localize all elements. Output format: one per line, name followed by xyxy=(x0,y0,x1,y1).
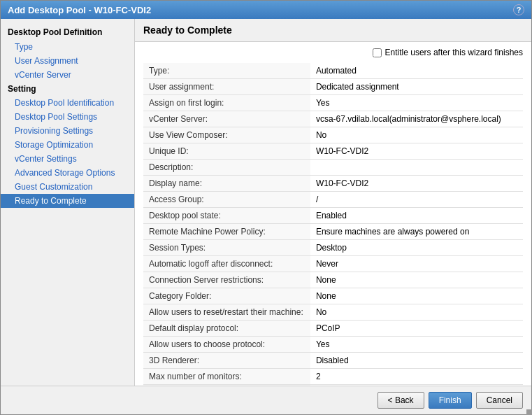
table-row: Desktop pool state:Enabled xyxy=(143,208,523,224)
table-row: 3D Renderer:Disabled xyxy=(143,353,523,369)
row-value: 1920×1200 xyxy=(310,385,523,386)
content-body: Entitle users after this wizard finishes… xyxy=(135,42,531,386)
row-value: None xyxy=(310,272,523,288)
sidebar-setting-header: Setting xyxy=(1,82,134,96)
row-value: PCoIP xyxy=(310,321,523,337)
sidebar-item-vcenter-settings[interactable]: vCenter Settings xyxy=(1,152,134,166)
footer: < Back Finish Cancel xyxy=(1,386,531,414)
finish-button[interactable]: Finish xyxy=(429,392,472,409)
table-row: Allow users to reset/restart their machi… xyxy=(143,304,523,321)
row-label: Remote Machine Power Policy: xyxy=(143,224,310,240)
row-value: 2 xyxy=(310,369,523,385)
help-icon[interactable]: ? xyxy=(513,4,524,15)
row-label: Automatic logoff after disconnect: xyxy=(143,256,310,272)
sidebar-definition-header: Desktop Pool Definition xyxy=(1,24,134,40)
row-label: Default display protocol: xyxy=(143,321,310,337)
row-label: Allow users to reset/restart their machi… xyxy=(143,304,310,321)
table-row: Session Types:Desktop xyxy=(143,240,523,256)
row-label: Connection Server restrictions: xyxy=(143,272,310,288)
sidebar-item-user-assignment[interactable]: User Assignment xyxy=(1,54,134,68)
table-row: Description: xyxy=(143,160,523,176)
table-row: Default display protocol:PCoIP xyxy=(143,321,523,337)
sidebar-item-advanced-storage[interactable]: Advanced Storage Options xyxy=(1,166,134,180)
row-label: Type: xyxy=(143,63,310,79)
sidebar-item-storage-opt[interactable]: Storage Optimization xyxy=(1,138,134,152)
row-label: User assignment: xyxy=(143,79,310,95)
row-value: None xyxy=(310,288,523,304)
row-value: Desktop xyxy=(310,240,523,256)
sidebar-item-type[interactable]: Type xyxy=(1,40,134,54)
row-value xyxy=(310,160,523,176)
table-row: Max resolution of monitors:1920×1200 xyxy=(143,385,523,386)
row-value: No xyxy=(310,304,523,321)
row-value: Ensure machines are always powered on xyxy=(310,224,523,240)
row-value: W10-FC-VDI2 xyxy=(310,143,523,160)
content-header: Ready to Complete xyxy=(135,19,531,42)
sidebar-item-vcenter-server[interactable]: vCenter Server xyxy=(1,68,134,82)
sidebar-item-ready[interactable]: Ready to Complete xyxy=(1,194,134,208)
sidebar-item-guest-customization[interactable]: Guest Customization xyxy=(1,180,134,194)
back-button[interactable]: < Back xyxy=(378,392,424,409)
table-row: Automatic logoff after disconnect:Never xyxy=(143,256,523,272)
row-value: Enabled xyxy=(310,208,523,224)
row-label: Description: xyxy=(143,160,310,176)
row-value: W10-FC-VDI2 xyxy=(310,176,523,192)
table-row: Unique ID:W10-FC-VDI2 xyxy=(143,143,523,160)
sidebar-item-pool-settings[interactable]: Desktop Pool Settings xyxy=(1,110,134,124)
title-bar: Add Desktop Pool - W10-FC-VDI2 ? xyxy=(1,1,531,19)
table-row: Type:Automated xyxy=(143,63,523,79)
row-value: Never xyxy=(310,256,523,272)
row-label: Session Types: xyxy=(143,240,310,256)
table-row: Max number of monitors:2 xyxy=(143,369,523,385)
window-title: Add Desktop Pool - W10-FC-VDI2 xyxy=(8,5,151,15)
table-row: Category Folder:None xyxy=(143,288,523,304)
sidebar-item-provisioning[interactable]: Provisioning Settings xyxy=(1,124,134,138)
table-row: Display name:W10-FC-VDI2 xyxy=(143,176,523,192)
row-value: No xyxy=(310,127,523,143)
row-label: Unique ID: xyxy=(143,143,310,160)
dialog-window: Add Desktop Pool - W10-FC-VDI2 ? Desktop… xyxy=(0,0,532,415)
row-label: Category Folder: xyxy=(143,288,310,304)
row-label: Use View Composer: xyxy=(143,127,310,143)
row-value: Dedicated assignment xyxy=(310,79,523,95)
table-row: User assignment:Dedicated assignment xyxy=(143,79,523,95)
info-table: Type:AutomatedUser assignment:Dedicated … xyxy=(143,63,523,386)
entitle-checkbox[interactable] xyxy=(373,48,382,57)
content-area: Ready to Complete Entitle users after th… xyxy=(135,19,531,386)
row-label: Max number of monitors: xyxy=(143,369,310,385)
row-label: Max resolution of monitors: xyxy=(143,385,310,386)
row-label: 3D Renderer: xyxy=(143,353,310,369)
table-row: Use View Composer:No xyxy=(143,127,523,143)
sidebar: Desktop Pool Definition Type User Assign… xyxy=(1,19,135,386)
row-label: Display name: xyxy=(143,176,310,192)
table-row: Remote Machine Power Policy:Ensure machi… xyxy=(143,224,523,240)
row-label: Allow users to choose protocol: xyxy=(143,337,310,353)
table-row: Access Group:/ xyxy=(143,192,523,208)
resize-corner[interactable] xyxy=(526,409,532,415)
row-label: Access Group: xyxy=(143,192,310,208)
row-value: Disabled xyxy=(310,353,523,369)
row-label: vCenter Server: xyxy=(143,111,310,127)
entitle-label: Entitle users after this wizard finishes xyxy=(373,48,523,57)
row-value: Yes xyxy=(310,337,523,353)
row-value: Yes xyxy=(310,95,523,111)
row-value: Automated xyxy=(310,63,523,79)
table-row: Connection Server restrictions:None xyxy=(143,272,523,288)
table-row: Allow users to choose protocol:Yes xyxy=(143,337,523,353)
row-value: / xyxy=(310,192,523,208)
entitle-row: Entitle users after this wizard finishes xyxy=(143,48,523,57)
main-content: Desktop Pool Definition Type User Assign… xyxy=(1,19,531,386)
sidebar-item-pool-identification[interactable]: Desktop Pool Identification xyxy=(1,96,134,110)
row-label: Assign on first login: xyxy=(143,95,310,111)
table-row: Assign on first login:Yes xyxy=(143,95,523,111)
table-row: vCenter Server:vcsa-67.vdilab.local(admi… xyxy=(143,111,523,127)
row-label: Desktop pool state: xyxy=(143,208,310,224)
cancel-button[interactable]: Cancel xyxy=(476,392,523,409)
row-value: vcsa-67.vdilab.local(administrator@vsphe… xyxy=(310,111,523,127)
